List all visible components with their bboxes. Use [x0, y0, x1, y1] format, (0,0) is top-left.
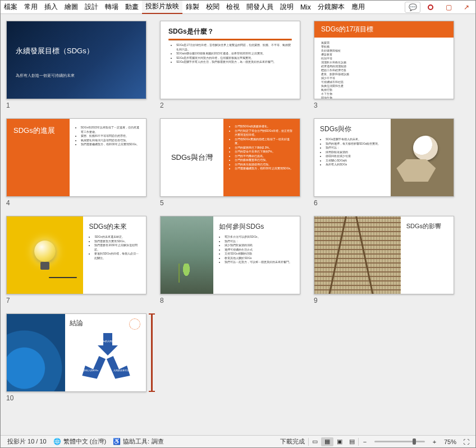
reading-view-icon: ▣: [337, 438, 342, 445]
slideshow-view-icon: ▤: [349, 438, 355, 445]
svg-text:為所有人的SDGs: 為所有人的SDGs: [81, 369, 99, 372]
slide-number: 9: [314, 297, 454, 304]
svg-text:SDGs的共同目標: SDGs的共同目標: [99, 340, 117, 343]
tab-review[interactable]: 校閱: [203, 1, 223, 14]
zoom-slider[interactable]: [374, 441, 425, 442]
slide-number: 1: [6, 101, 147, 109]
tab-mix[interactable]: Mix: [297, 1, 314, 14]
slide-number: 4: [6, 199, 147, 207]
tab-developer[interactable]: 開發人員: [243, 1, 277, 14]
slide-number: 2: [160, 101, 300, 109]
slide-title: SDGs是什麼？: [168, 27, 292, 36]
slide-8[interactable]: 如何參與SDGs 有許多方法可以參與SDGs。我們可以：減少我們對資源的消耗選擇…: [160, 216, 300, 304]
slide-bullets: 有許多方法可以參與SDGs。我們可以：減少我們對資源的消耗選擇可持續的生活方式支…: [219, 235, 294, 265]
slide-title: SDGs與你: [320, 124, 385, 134]
slide-2[interactable]: SDGs是什麼？ SDGs是17項全球性目標，旨在解決世界上最緊迫的問題，包括貧…: [160, 21, 300, 109]
dotted-circle-icon: [129, 318, 140, 330]
present-button[interactable]: ▢: [441, 2, 456, 13]
slide-1[interactable]: 永續發展目標（SDGs） 為所有人創造一個更可持續的未來 1: [6, 21, 147, 109]
slide-title: SDGs與台灣: [161, 119, 223, 196]
slide-number: 8: [160, 297, 300, 304]
fit-icon: ⛶: [463, 438, 469, 445]
slide-bullets: SDGs的未來還未確定。我們需要努力實現SDGs。我們需要在2030年之前解決這…: [89, 235, 140, 260]
tab-help[interactable]: 說明: [277, 1, 297, 14]
slide-bullets: SDGs是17項全球性目標，旨在解決世界上最緊迫的問題，包括貧困、飢餓、不平等、…: [168, 43, 292, 64]
status-bar: 投影片 10 / 10 🌐繁體中文 (台灣) ♿協助工具: 調查 下載完成 ▭ …: [1, 435, 475, 447]
normal-view-button[interactable]: ▭: [309, 437, 321, 446]
present-icon: ▢: [446, 3, 452, 11]
coffee-image: [391, 119, 454, 196]
lightbulb-image: [7, 216, 83, 294]
end-of-slideshow-marker: [151, 313, 153, 392]
record-icon: [428, 4, 433, 10]
zoom-out-button[interactable]: −: [359, 437, 371, 446]
slide-bullets: SDGs在2015年以來取得了一定進展，但仍然還有工作要做。貧困、飢餓和不平等等…: [75, 126, 140, 147]
share-button[interactable]: ↗: [459, 2, 474, 13]
tab-view[interactable]: 檢視: [223, 1, 243, 14]
normal-view-icon: ▭: [312, 438, 318, 445]
fit-to-window-button[interactable]: ⛶: [460, 437, 472, 446]
tab-storyboard[interactable]: 分鏡腳本: [314, 1, 348, 14]
tab-record[interactable]: 錄製: [182, 1, 203, 14]
comment-button[interactable]: 💬: [405, 2, 420, 13]
language-icon: 🌐: [53, 438, 61, 445]
sorter-view-button[interactable]: ▦: [321, 437, 333, 446]
slide-title: SDGs的17項目標: [314, 21, 454, 38]
slide-10[interactable]: 結論 SDGs的共同目標 為所有人的SDGs 共同的未來可以改變 10: [6, 313, 147, 402]
accessibility-button[interactable]: ♿協助工具: 調查: [109, 437, 167, 446]
svg-text:共同的未來可以改變: 共同的未來可以改變: [113, 369, 134, 372]
slide-bullets: 台灣對SDGs的貢獻多樣化。台灣已制定了符合台灣的SDGs目標，並正在努力實現這…: [229, 124, 294, 171]
zoom-in-button[interactable]: +: [428, 437, 441, 446]
record-button[interactable]: [423, 2, 438, 13]
slide-number: 6: [314, 199, 454, 207]
slideshow-view-button[interactable]: ▤: [346, 437, 358, 446]
share-icon: ↗: [464, 3, 469, 11]
slide-title: 永續發展目標（SDGs）: [16, 46, 137, 56]
zoom-percent[interactable]: 75%: [441, 438, 460, 445]
slide-9[interactable]: SDGs的影響 9: [314, 216, 454, 304]
tab-animations[interactable]: 動畫: [122, 1, 142, 14]
sorter-view-icon: ▦: [324, 438, 330, 445]
slide-6[interactable]: SDGs與你 SDGs是關乎每個人的未來。我們的選擇，每天都在影響SDGs能否實…: [314, 118, 454, 207]
ribbon: 檔案 常用 插入 繪圖 設計 轉場 動畫 投影片放映 錄製 校閱 檢視 開發人員…: [1, 1, 475, 14]
tab-transitions[interactable]: 轉場: [102, 1, 122, 14]
tab-file[interactable]: 檔案: [1, 1, 21, 14]
slide-5[interactable]: SDGs與台灣 台灣對SDGs的貢獻多樣化。台灣已制定了符合台灣的SDGs目標，…: [160, 118, 300, 207]
slide-number: 5: [160, 199, 300, 207]
slide-number: 3: [314, 101, 454, 109]
sprout-image: [161, 216, 213, 294]
arrows-diagram: SDGs的共同目標 為所有人的SDGs 共同的未來可以改變: [70, 329, 143, 385]
slide-sorter[interactable]: 永續發展目標（SDGs） 為所有人創造一個更可持續的未來 1 SDGs是什麼？ …: [1, 14, 475, 435]
railroad-image: [314, 216, 401, 294]
slide-body: 無貧窮 零飢餓 良好健康與福祉 優質教育 性別平等 清潔飲水和衛生設施 經濟適用…: [314, 38, 454, 99]
language-button[interactable]: 🌐繁體中文 (台灣): [50, 437, 109, 446]
slide-7[interactable]: SDGs的未來 SDGs的未來還未確定。我們需要努力實現SDGs。我們需要在20…: [6, 216, 147, 304]
circles-graphic: [7, 314, 65, 391]
download-status[interactable]: 下載完成: [277, 437, 308, 446]
slide-title: 如何參與SDGs: [219, 222, 294, 232]
comment-icon: 💬: [409, 3, 417, 11]
slide-4[interactable]: SDGs的進展 SDGs在2015年以來取得了一定進展，但仍然還有工作要做。貧困…: [6, 118, 147, 207]
slide-title: SDGs的影響: [406, 222, 448, 230]
slide-bullets: SDGs是關乎每個人的未來。我們的選擇，每天都在影響SDGs能否實現。我們可以：…: [320, 137, 385, 167]
slide-number: 7: [6, 297, 147, 304]
tab-insert[interactable]: 插入: [41, 1, 61, 14]
slide-subtitle: 為所有人創造一個更可持續的未來: [16, 73, 137, 78]
slide-title: SDGs的進展: [7, 119, 70, 196]
accessibility-icon: ♿: [113, 438, 121, 445]
tab-apply[interactable]: 應用: [348, 1, 368, 14]
slide-counter[interactable]: 投影片 10 / 10: [4, 437, 50, 446]
reading-view-button[interactable]: ▣: [333, 437, 346, 446]
tab-draw[interactable]: 繪圖: [61, 1, 81, 14]
slide-title: SDGs的未來: [89, 222, 140, 232]
tab-design[interactable]: 設計: [81, 1, 102, 14]
tab-home[interactable]: 常用: [21, 1, 41, 14]
tab-slideshow[interactable]: 投影片放映: [142, 1, 182, 14]
slide-3[interactable]: SDGs的17項目標 無貧窮 零飢餓 良好健康與福祉 優質教育 性別平等 清潔飲…: [314, 21, 454, 109]
slide-number: 10: [6, 394, 147, 402]
